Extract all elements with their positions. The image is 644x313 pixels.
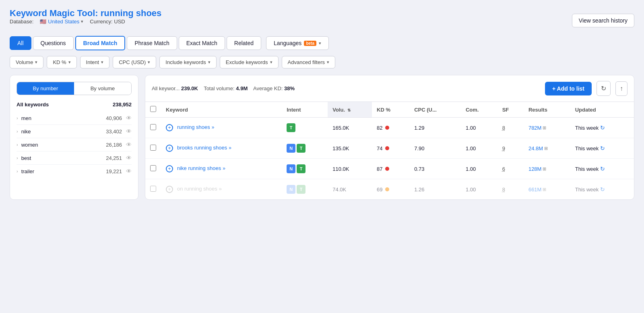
cpc-cell: 7.90 [409,138,461,159]
tab-phrase-match[interactable]: Phrase Match [127,36,177,50]
tab-row: All Questions Broad Match Phrase Match E… [10,36,634,50]
chevron-down-icon: ▾ [101,60,103,65]
refresh-icon[interactable]: ↻ [600,166,605,172]
arrow-icon: » [223,166,225,171]
intent-badge: N [287,185,295,194]
eye-icon[interactable]: 👁 [126,128,132,135]
toggle-by-number[interactable]: By number [17,82,74,95]
select-all-checkbox[interactable] [150,106,156,112]
eye-icon[interactable]: 👁 [126,155,132,161]
updated-cell: This week↻ [570,138,634,159]
intent-badge: N [287,164,295,173]
add-to-list-button[interactable]: + Add to list [545,82,592,95]
volume-cell: 165.0K [328,118,372,138]
chevron-down-icon: ▾ [319,41,321,46]
chevron-down-icon: ▾ [35,60,37,65]
chevron-down-icon: ▾ [208,60,211,65]
com-cell: 1.00 [461,118,497,138]
results-cell: 661M⊞ [524,179,570,200]
updated-text: This week [575,187,599,193]
add-keyword-icon[interactable]: + [166,124,173,131]
row-checkbox[interactable] [150,124,156,130]
intent-badge: T [297,185,305,194]
tab-all[interactable]: All [10,36,31,50]
com-cell: 1.00 [461,179,497,200]
eye-icon[interactable]: 👁 [126,168,132,174]
chevron-right-icon[interactable]: › [17,169,18,174]
filter-kd[interactable]: KD % ▾ [47,56,76,68]
chevron-down-icon: ▾ [270,60,272,65]
chevron-right-icon[interactable]: › [17,155,18,160]
cpc-cell: 0.73 [409,159,461,179]
filter-exclude-keywords[interactable]: Exclude keywords ▾ [220,56,279,68]
results-value: 661M⊞ [528,187,566,193]
export-button[interactable]: ↑ [615,81,627,96]
filter-volume[interactable]: Volume ▾ [10,56,43,68]
tab-exact-match[interactable]: Exact Match [179,36,225,50]
sf-cell: 9 [497,138,524,159]
keyword-link[interactable]: on running shoes» [177,186,222,192]
intent-badge: T [287,123,295,132]
sidebar-toggle: By number By volume [17,82,132,95]
chevron-right-icon[interactable]: › [17,142,18,147]
arrow-icon: » [219,186,222,192]
row-checkbox[interactable] [150,145,156,151]
tab-related[interactable]: Related [227,36,261,50]
chevron-down-icon: ▾ [327,60,329,65]
keyword-link[interactable]: running shoes» [177,124,214,130]
refresh-icon[interactable]: ↻ [600,145,605,151]
results-cell: 782M⊞ [524,118,570,138]
list-item: › nike 33,402 👁 [17,125,132,138]
updated-cell: This week↻ [570,159,634,179]
refresh-button[interactable]: ↻ [597,81,611,96]
results-value: 782M⊞ [528,125,566,131]
filter-advanced[interactable]: Advanced filters ▾ [282,56,336,68]
view-history-button[interactable]: View search history [572,14,634,27]
table-stats-row: All keywor... 239.0K Total volume: 4.9M … [145,75,634,102]
com-cell: 1.00 [461,159,497,179]
volume-cell: 74.0K [328,179,372,200]
col-volume[interactable]: Volu. ⇅ [328,102,372,118]
col-keyword: Keyword [161,102,282,118]
intent-badges: NT [287,185,323,194]
kd-cell: 69 [372,179,409,200]
add-keyword-icon[interactable]: + [166,165,173,172]
col-results: Results [524,102,570,118]
sidebar-all-keywords-label: All keywords [17,102,49,108]
sf-cell: 6 [497,159,524,179]
currency-label: Currency: USD [90,19,125,25]
keyword-link[interactable]: brooks running shoes» [177,145,231,151]
keyword-link[interactable]: nike running shoes» [177,165,225,171]
keyword-table-area: All keywor... 239.0K Total volume: 4.9M … [145,75,634,200]
eye-icon[interactable]: 👁 [126,115,132,121]
filter-intent[interactable]: Intent ▾ [80,56,110,68]
col-sf: SF [497,102,524,118]
updated-cell: This week↻ [570,118,634,138]
refresh-icon[interactable]: ↻ [600,124,605,131]
sf-cell: 8 [497,118,524,138]
tab-broad-match[interactable]: Broad Match [75,36,126,50]
row-checkbox[interactable] [150,165,156,171]
toggle-by-volume[interactable]: By volume [74,82,131,95]
database-selector[interactable]: 🇺🇸 United States ▾ [40,19,83,25]
tab-questions[interactable]: Questions [33,36,74,50]
results-value: 128M⊞ [528,166,566,172]
refresh-icon[interactable]: ↻ [600,186,605,193]
results-value: 24.8M⊞ [528,145,566,151]
chevron-down-icon: ▾ [81,19,83,24]
kd-dot [385,126,389,130]
tab-languages[interactable]: Languages beta ▾ [266,36,329,50]
table-row: +brooks running shoes»NT135.0K747.901.00… [145,138,634,159]
filter-row: Volume ▾ KD % ▾ Intent ▾ CPC (USD) ▾ Inc… [10,56,634,68]
chevron-right-icon[interactable]: › [17,129,18,134]
kd-cell: 82 [372,118,409,138]
add-keyword-icon[interactable]: + [166,145,173,152]
add-keyword-icon[interactable]: + [166,186,173,193]
volume-cell: 135.0K [328,138,372,159]
eye-icon[interactable]: 👁 [126,141,132,148]
col-kd: KD % [372,102,409,118]
filter-include-keywords[interactable]: Include keywords ▾ [159,56,216,68]
filter-cpc[interactable]: CPC (USD) ▾ [113,56,156,68]
row-checkbox[interactable] [150,186,156,192]
chevron-right-icon[interactable]: › [17,116,18,120]
